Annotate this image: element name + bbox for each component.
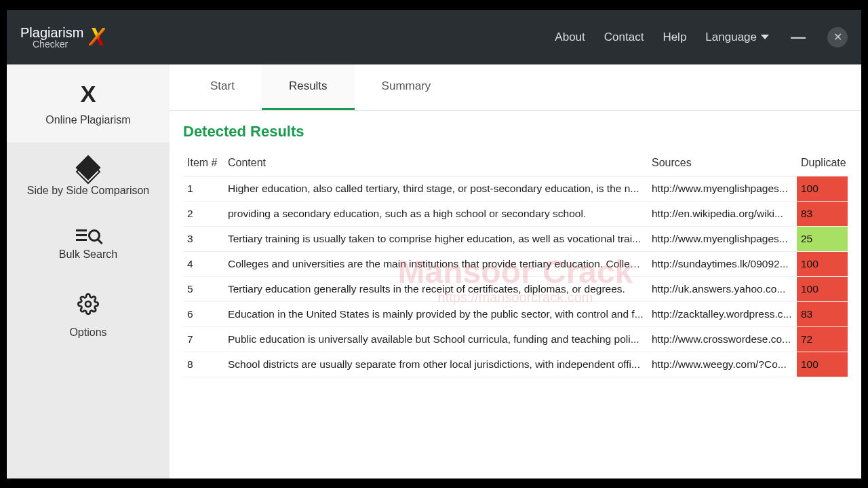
col-header-sources: Sources — [648, 150, 797, 176]
close-button[interactable]: ✕ — [827, 27, 848, 48]
contact-link[interactable]: Contact — [604, 31, 644, 44]
cell-duplicate: 100 — [797, 176, 848, 201]
cell-source: http://en.wikipedia.org/wiki... — [648, 201, 797, 226]
svg-point-0 — [85, 301, 91, 307]
cell-item: 3 — [183, 226, 224, 251]
sidebar: X Online Plagiarism Side by Side Compari… — [7, 64, 170, 478]
table-row[interactable]: 6Education in the United States is mainl… — [183, 301, 848, 326]
cell-content: Higher education, also called tertiary, … — [224, 176, 648, 201]
cell-content: Public education is universally availabl… — [224, 326, 648, 352]
cell-item: 7 — [183, 326, 224, 352]
tab-start[interactable]: Start — [183, 64, 262, 110]
cell-source: http://zacktalley.wordpress.c... — [648, 301, 797, 326]
cell-duplicate: 83 — [797, 301, 848, 326]
col-header-duplicate: Duplicate — [797, 150, 848, 176]
cell-source: http://www.myenglishpages... — [648, 226, 797, 251]
cell-duplicate: 100 — [797, 251, 848, 276]
cell-duplicate: 100 — [797, 276, 848, 301]
table-row[interactable]: 4Colleges and universities are the main … — [183, 251, 848, 276]
section-title: Detected Results — [183, 123, 848, 140]
cell-duplicate: 25 — [797, 226, 848, 251]
cell-content: Tertiary training is usually taken to co… — [224, 226, 648, 251]
cell-item: 1 — [183, 176, 224, 201]
table-row[interactable]: 7Public education is universally availab… — [183, 326, 848, 352]
main-panel: Start Results Summary Detected Results I… — [170, 64, 861, 478]
body-area: X Online Plagiarism Side by Side Compari… — [7, 64, 861, 478]
list-search-icon — [76, 229, 100, 242]
col-header-content: Content — [224, 150, 648, 176]
titlebar: Plagiarism Checker X About Contact Help … — [7, 10, 861, 64]
gear-icon — [77, 293, 99, 320]
table-row[interactable]: 3Tertiary training is usually taken to c… — [183, 226, 848, 251]
sidebar-item-bulk-search[interactable]: Bulk Search — [7, 213, 170, 277]
language-dropdown[interactable]: Language — [705, 31, 769, 44]
cell-content: providing a secondary education, such as… — [224, 201, 648, 226]
cell-content: School districts are usually separate fr… — [224, 352, 648, 377]
layers-icon — [75, 159, 102, 178]
sidebar-item-label: Online Plagiarism — [45, 114, 130, 126]
help-link[interactable]: Help — [663, 31, 686, 44]
cell-duplicate: 83 — [797, 201, 848, 226]
results-content: Detected Results Item # Content Sources … — [170, 111, 861, 377]
logo-line1: Plagiarism — [20, 26, 83, 39]
cell-item: 8 — [183, 352, 224, 377]
sidebar-item-online-plagiarism[interactable]: X Online Plagiarism — [7, 64, 170, 143]
sidebar-item-side-by-side[interactable]: Side by Side Comparison — [7, 143, 170, 213]
logo-line2: Checker — [33, 39, 83, 49]
minimize-button[interactable]: — — [788, 27, 808, 48]
table-row[interactable]: 8School districts are usually separate f… — [183, 352, 848, 377]
col-header-item: Item # — [183, 150, 224, 176]
cell-duplicate: 100 — [797, 352, 848, 377]
sidebar-item-label: Bulk Search — [59, 248, 117, 261]
tab-results[interactable]: Results — [262, 64, 355, 110]
results-table: Item # Content Sources Duplicate 1Higher… — [183, 150, 848, 377]
sidebar-item-options[interactable]: Options — [7, 277, 170, 355]
cell-item: 5 — [183, 276, 224, 301]
cell-item: 2 — [183, 201, 224, 226]
cell-content: Tertiary education generally results in … — [224, 276, 648, 301]
about-link[interactable]: About — [555, 31, 585, 44]
table-row[interactable]: 5Tertiary education generally results in… — [183, 276, 848, 301]
cell-item: 6 — [183, 301, 224, 326]
cell-source: http://sundaytimes.lk/09092... — [648, 251, 797, 276]
cell-source: http://www.myenglishpages... — [648, 176, 797, 201]
language-label: Language — [705, 31, 757, 44]
chevron-down-icon — [761, 35, 769, 39]
cell-source: http://www.crosswordese.co... — [648, 326, 797, 352]
cell-source: http://uk.answers.yahoo.co... — [648, 276, 797, 301]
table-row[interactable]: 2providing a secondary education, such a… — [183, 201, 848, 226]
table-row[interactable]: 1Higher education, also called tertiary,… — [183, 176, 848, 201]
tab-summary[interactable]: Summary — [355, 64, 458, 110]
app-logo: Plagiarism Checker X — [20, 23, 105, 52]
app-window: Plagiarism Checker X About Contact Help … — [7, 10, 861, 478]
cell-source: http://www.weegy.com/?Co... — [648, 352, 797, 377]
sidebar-item-label: Options — [69, 326, 106, 339]
tabs: Start Results Summary — [170, 64, 861, 111]
cell-duplicate: 72 — [797, 326, 848, 352]
cell-item: 4 — [183, 251, 224, 276]
x-icon: X — [81, 81, 96, 107]
logo-x-icon: X — [89, 23, 105, 52]
sidebar-item-label: Side by Side Comparison — [27, 185, 150, 197]
cell-content: Colleges and universities are the main i… — [224, 251, 648, 276]
cell-content: Education in the United States is mainly… — [224, 301, 648, 326]
